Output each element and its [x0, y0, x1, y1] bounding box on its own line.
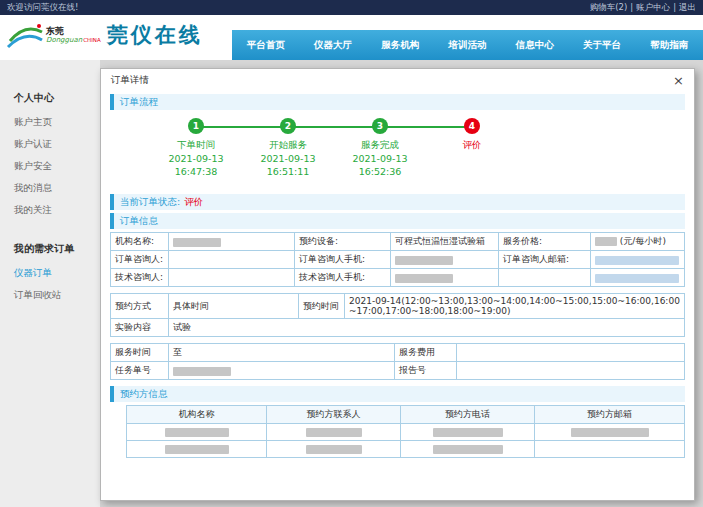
redacted-value — [433, 445, 503, 454]
step-date: 2021-09-13 — [168, 152, 223, 165]
table-row: 服务时间至服务费用 — [111, 344, 685, 362]
redacted-value — [433, 428, 503, 437]
nav-item-5[interactable]: 关于平台 — [568, 39, 635, 52]
close-icon[interactable]: × — [673, 74, 684, 87]
step-number: 4 — [464, 118, 480, 134]
table-row: 机构名称:预约设备:可程式恒温恒湿试验箱服务价格: (元/每小时) — [111, 233, 685, 251]
field-value — [127, 441, 267, 458]
column-header: 机构名称 — [127, 406, 267, 424]
separator: | — [630, 2, 633, 12]
field-label: 服务价格: — [499, 233, 591, 251]
topbar-links: 购物车(2)|账户中心|退出 — [590, 2, 696, 14]
field-value: 试验 — [169, 319, 685, 337]
process-step-1: 1下单时间2021-09-1316:47:38 — [150, 118, 242, 190]
sidebar-item-0-4[interactable]: 我的关注 — [0, 199, 100, 221]
step-label: 服务完成 — [361, 139, 399, 152]
order-detail-modal: 订单详情 × 订单流程 1下单时间2021-09-1316:47:382开始服务… — [100, 68, 695, 501]
logo-cn: 东莞 — [46, 26, 101, 36]
section-order-info: 订单信息 — [110, 213, 685, 229]
site-logo[interactable]: 东莞 DongguanCHINA 莞仪在线 — [6, 19, 203, 51]
table-row: 订单咨询人:订单咨询人手机:订单咨询人邮箱: — [111, 251, 685, 269]
step-number: 2 — [280, 118, 296, 134]
topbar-link-0[interactable]: 购物车(2) — [590, 2, 628, 12]
section-reserver-info: 预约方信息 — [110, 386, 685, 402]
field-label: 预约设备: — [295, 233, 391, 251]
field-label: 预约时间 — [299, 294, 345, 319]
field-value: 至 — [169, 344, 395, 362]
main-area: 个人中心账户主页账户认证账户安全我的消息我的关注我的需求订单仪器订单订单回收站 … — [0, 60, 703, 507]
table-row: 实验内容试验 — [111, 319, 685, 337]
sidebar-item-0-3[interactable]: 我的消息 — [0, 177, 100, 199]
field-value — [401, 424, 535, 441]
order-status-bar: 当前订单状态: 评价 — [110, 194, 685, 210]
section-title: 订单信息 — [120, 215, 158, 228]
logo-text: 东莞 DongguanCHINA — [46, 26, 101, 44]
sidebar-item-0-1[interactable]: 账户认证 — [0, 133, 100, 155]
service-table: 服务时间至服务费用任务单号报告号 — [110, 343, 685, 380]
nav-item-6[interactable]: 帮助指南 — [636, 39, 703, 52]
nav-item-0[interactable]: 平台首页 — [232, 39, 299, 52]
field-label — [499, 269, 591, 287]
step-number: 3 — [372, 118, 388, 134]
process-step-3: 3服务完成2021-09-1316:52:36 — [334, 118, 426, 190]
status-label: 当前订单状态: — [120, 196, 180, 209]
field-value: 可程式恒温恒湿试验箱 — [391, 233, 499, 251]
field-value — [401, 441, 535, 458]
topbar-link-1[interactable]: 账户中心 — [636, 2, 670, 12]
field-value — [169, 269, 295, 287]
nav-item-4[interactable]: 信息中心 — [501, 39, 568, 52]
field-value — [535, 441, 685, 458]
step-date: 2021-09-13 — [352, 152, 407, 165]
step-date: 2021-09-13 — [260, 152, 315, 165]
field-label: 技术咨询人: — [111, 269, 169, 287]
section-title: 预约方信息 — [120, 388, 168, 401]
nav-item-2[interactable]: 服务机构 — [367, 39, 434, 52]
redacted-value — [306, 445, 362, 454]
step-label: 下单时间 — [177, 139, 215, 152]
field-value — [457, 362, 685, 380]
field-label: 任务单号 — [111, 362, 169, 380]
reservation-table: 预约方式具体时间预约时间2021-09-14(12:00~13:00,13:00… — [110, 293, 685, 337]
field-label: 预约方式 — [111, 294, 169, 319]
modal-body: 订单流程 1下单时间2021-09-1316:47:382开始服务2021-09… — [101, 94, 694, 458]
redacted-value — [595, 256, 679, 265]
nav-item-3[interactable]: 培训活动 — [434, 39, 501, 52]
column-header: 预约方电话 — [401, 406, 535, 424]
table-row: 预约方式具体时间预约时间2021-09-14(12:00~13:00,13:00… — [111, 294, 685, 319]
field-label: 机构名称: — [111, 233, 169, 251]
field-label: 实验内容 — [111, 319, 169, 337]
order-info-table: 机构名称:预约设备:可程式恒温恒湿试验箱服务价格: (元/每小时)订单咨询人:订… — [110, 232, 685, 287]
sidebar-item-0-0[interactable]: 账户主页 — [0, 111, 100, 133]
field-value — [267, 441, 401, 458]
field-value: (元/每小时) — [591, 233, 685, 251]
step-time: 16:51:11 — [267, 165, 310, 178]
topbar-link-2[interactable]: 退出 — [679, 2, 696, 12]
field-value — [169, 362, 395, 380]
field-value — [391, 269, 499, 287]
redacted-value — [395, 256, 453, 265]
process-step-2: 2开始服务2021-09-1316:51:11 — [242, 118, 334, 190]
main-nav: 平台首页仪器大厅服务机构培训活动信息中心关于平台帮助指南 — [232, 30, 703, 60]
sidebar-item-0-2[interactable]: 账户安全 — [0, 155, 100, 177]
field-value — [169, 251, 295, 269]
logo-sub: CHINA — [83, 37, 100, 43]
nav-item-1[interactable]: 仪器大厅 — [299, 39, 366, 52]
table-row: 机构名称预约方联系人预约方电话预约方邮箱 — [127, 406, 685, 424]
section-order-process: 订单流程 — [110, 94, 685, 110]
modal-title: 订单详情 — [111, 74, 149, 87]
redacted-value — [173, 238, 221, 247]
sidebar-section-0: 个人中心账户主页账户认证账户安全我的消息我的关注 — [0, 86, 100, 221]
sidebar-item-1-0[interactable]: 仪器订单 — [0, 262, 100, 284]
field-value — [591, 251, 685, 269]
field-value — [169, 233, 295, 251]
logo-swoosh-icon — [6, 19, 44, 51]
separator: | — [673, 2, 676, 12]
field-value — [127, 424, 267, 441]
redacted-value — [165, 428, 229, 437]
field-label: 服务时间 — [111, 344, 169, 362]
topbar: 欢迎访问莞仪在线! 购物车(2)|账户中心|退出 — [0, 0, 703, 15]
field-value — [267, 424, 401, 441]
section-title: 订单流程 — [120, 96, 158, 109]
sidebar-item-1-1[interactable]: 订单回收站 — [0, 284, 100, 306]
redacted-value — [165, 445, 229, 454]
